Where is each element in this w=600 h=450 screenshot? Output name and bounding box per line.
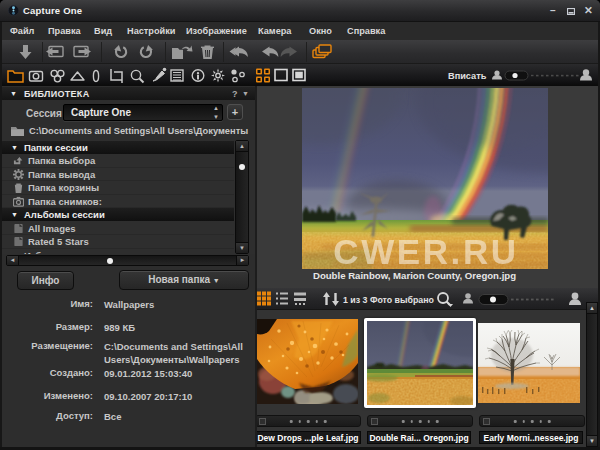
svg-text:1 из 3 Фото выбрано: 1 из 3 Фото выбрано — [343, 295, 435, 305]
svg-text:CWER.RU: CWER.RU — [333, 232, 518, 269]
svg-text:Вписать: Вписать — [448, 71, 487, 81]
